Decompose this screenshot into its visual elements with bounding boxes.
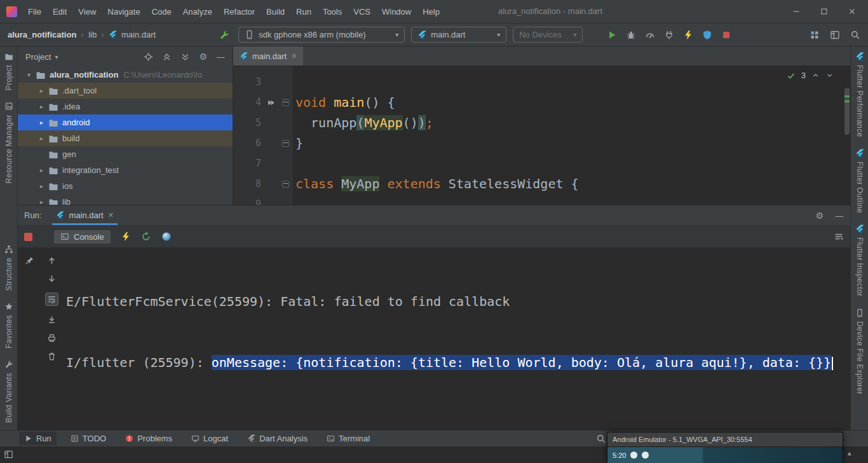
tree-item-dart-tool[interactable]: ▸ .dart_tool bbox=[18, 83, 233, 99]
menu-tools[interactable]: Tools bbox=[317, 7, 348, 17]
tree-item-integration-test[interactable]: ▸ integration_test bbox=[18, 162, 233, 178]
emulator-title-bar[interactable]: Android Emulator - 5.1_WVGA_API_30:5554 bbox=[607, 432, 843, 447]
stripe-project-button[interactable]: Project bbox=[4, 46, 13, 96]
print-icon[interactable] bbox=[47, 333, 57, 343]
console-output[interactable]: E/FlutterFcmService(25599): Fatal: faile… bbox=[62, 248, 850, 430]
toolbtn-logcat[interactable]: Logcat bbox=[186, 432, 233, 445]
scroll-arrow-icon[interactable]: ▴ bbox=[848, 449, 851, 457]
project-structure-icon[interactable] bbox=[810, 30, 820, 40]
stop-button[interactable] bbox=[721, 30, 731, 40]
gear-icon[interactable]: ⚙ bbox=[815, 211, 824, 221]
layout-windows-icon[interactable] bbox=[830, 30, 840, 40]
debug-button[interactable] bbox=[626, 30, 636, 40]
stripe-favorites-button[interactable]: Favorites bbox=[4, 296, 13, 354]
stripe-flutter-inspector-button[interactable]: Flutter Inspector bbox=[855, 219, 864, 303]
device-selector[interactable]: sdk gphone x86 arm (mobile) ▾ bbox=[238, 27, 405, 43]
clear-console-icon[interactable] bbox=[47, 352, 57, 361]
locate-file-icon[interactable] bbox=[144, 52, 153, 62]
close-tab-icon[interactable]: ✕ bbox=[108, 211, 114, 219]
tree-item-idea[interactable]: ▸ .idea bbox=[18, 99, 233, 114]
minimize-button[interactable] bbox=[792, 7, 801, 16]
menu-file[interactable]: File bbox=[22, 7, 47, 17]
tree-item-gen[interactable]: gen bbox=[18, 146, 233, 162]
tool-window-switcher-icon[interactable] bbox=[4, 450, 13, 459]
stripe-flutter-performance-button[interactable]: Flutter Performance bbox=[855, 46, 864, 143]
scroll-to-end-icon[interactable] bbox=[47, 315, 57, 324]
next-occurrence-icon[interactable] bbox=[47, 274, 57, 284]
console-tab[interactable]: Console bbox=[54, 230, 111, 244]
toolbtn-dart-analysis[interactable]: Dart Analysis bbox=[242, 432, 313, 445]
profiler-button[interactable] bbox=[645, 30, 655, 40]
prev-occurrence-icon[interactable] bbox=[47, 256, 57, 265]
chevron-down-icon[interactable] bbox=[825, 71, 834, 79]
toolbtn-run[interactable]: Run bbox=[19, 432, 57, 445]
menu-vcs[interactable]: VCS bbox=[348, 7, 376, 17]
project-panel-title[interactable]: Project bbox=[25, 52, 51, 62]
attach-debugger-button[interactable] bbox=[664, 30, 674, 40]
stripe-build-variants-button[interactable]: Build Variants bbox=[4, 354, 13, 429]
emulator-window[interactable]: Android Emulator - 5.1_WVGA_API_30:5554 … bbox=[607, 432, 843, 463]
collapse-all-icon[interactable] bbox=[162, 52, 172, 62]
menu-run[interactable]: Run bbox=[290, 7, 317, 17]
toolbtn-terminal[interactable]: Terminal bbox=[322, 432, 375, 445]
search-everywhere-icon[interactable] bbox=[850, 30, 860, 40]
breadcrumb-project[interactable]: alura_notification bbox=[8, 30, 76, 39]
stripe-device-file-explorer-button[interactable]: Device File Explorer bbox=[855, 303, 864, 400]
hot-reload-button[interactable] bbox=[121, 232, 131, 242]
tree-item-android[interactable]: ▸ android bbox=[18, 114, 233, 130]
close-button[interactable] bbox=[848, 7, 857, 16]
flutter-wrench-icon[interactable] bbox=[219, 30, 229, 40]
tree-item-build[interactable]: ▸ build bbox=[18, 130, 233, 146]
run-tab-main-dart[interactable]: main.dart ✕ bbox=[50, 205, 119, 225]
menu-help[interactable]: Help bbox=[417, 7, 445, 17]
hide-panel-icon[interactable]: — bbox=[835, 211, 844, 221]
code-line[interactable]: 7 bbox=[233, 153, 850, 174]
code-line[interactable]: 8 class MyApp extends StatelessWidget { bbox=[233, 174, 850, 194]
devtools-button[interactable] bbox=[702, 30, 712, 40]
editor-scrollbar[interactable] bbox=[843, 66, 850, 205]
pin-icon[interactable] bbox=[25, 256, 34, 265]
hot-reload-button[interactable] bbox=[683, 30, 693, 40]
fold-marker[interactable] bbox=[282, 99, 289, 106]
run-main-icon[interactable] bbox=[267, 99, 275, 107]
code-area[interactable]: 3 3 4 void main() { bbox=[233, 66, 850, 205]
toolbtn-problems[interactable]: Problems bbox=[120, 432, 177, 445]
stripe-resource-manager-button[interactable]: Resource Manager bbox=[4, 96, 13, 189]
menu-analyze[interactable]: Analyze bbox=[177, 7, 218, 17]
editor-tab-main-dart[interactable]: main.dart ✕ bbox=[233, 46, 303, 66]
no-devices-selector[interactable]: No Devices ▾ bbox=[513, 27, 583, 43]
tree-root[interactable]: ▾ alura_notification C:\Users\Leonardo\I… bbox=[18, 67, 233, 83]
maximize-button[interactable] bbox=[820, 7, 829, 16]
breadcrumb-main-dart[interactable]: main.dart bbox=[121, 30, 156, 39]
run-button[interactable] bbox=[607, 30, 617, 40]
toolbtn-todo[interactable]: TODO bbox=[65, 432, 111, 445]
menu-view[interactable]: View bbox=[72, 7, 102, 17]
menu-build[interactable]: Build bbox=[261, 7, 290, 17]
stripe-flutter-outline-button[interactable]: Flutter Outline bbox=[855, 143, 864, 219]
search-icon[interactable] bbox=[596, 434, 606, 444]
fold-marker[interactable] bbox=[282, 181, 289, 188]
tree-item-ios[interactable]: ▸ ios bbox=[18, 178, 233, 194]
menu-code[interactable]: Code bbox=[146, 7, 177, 17]
breadcrumb-lib[interactable]: lib bbox=[88, 30, 97, 39]
menu-navigate[interactable]: Navigate bbox=[102, 7, 146, 17]
fold-marker[interactable] bbox=[282, 140, 289, 147]
inspection-widget[interactable]: 3 bbox=[787, 71, 834, 80]
console-menu-icon[interactable] bbox=[834, 232, 844, 242]
menu-window[interactable]: Window bbox=[376, 7, 417, 17]
stripe-structure-button[interactable]: Structure bbox=[4, 239, 13, 296]
code-line[interactable]: 9 bbox=[233, 194, 850, 205]
close-tab-icon[interactable]: ✕ bbox=[291, 52, 297, 60]
run-config-selector[interactable]: main.dart ▾ bbox=[411, 27, 506, 43]
code-line[interactable]: 3 bbox=[233, 72, 850, 92]
menu-refactor[interactable]: Refactor bbox=[218, 7, 261, 17]
code-line[interactable]: 5 runApp(MyApp()); bbox=[233, 113, 850, 133]
tree-item-lib[interactable]: ▸ lib bbox=[18, 194, 233, 205]
hot-restart-button[interactable] bbox=[141, 232, 151, 242]
soft-wrap-toggle[interactable] bbox=[45, 293, 58, 306]
code-line[interactable]: 4 void main() { bbox=[233, 92, 850, 113]
gear-icon[interactable]: ⚙ bbox=[199, 52, 207, 62]
stop-process-button[interactable] bbox=[24, 233, 32, 241]
expand-all-icon[interactable] bbox=[180, 52, 190, 62]
hide-panel-icon[interactable]: — bbox=[216, 52, 225, 62]
